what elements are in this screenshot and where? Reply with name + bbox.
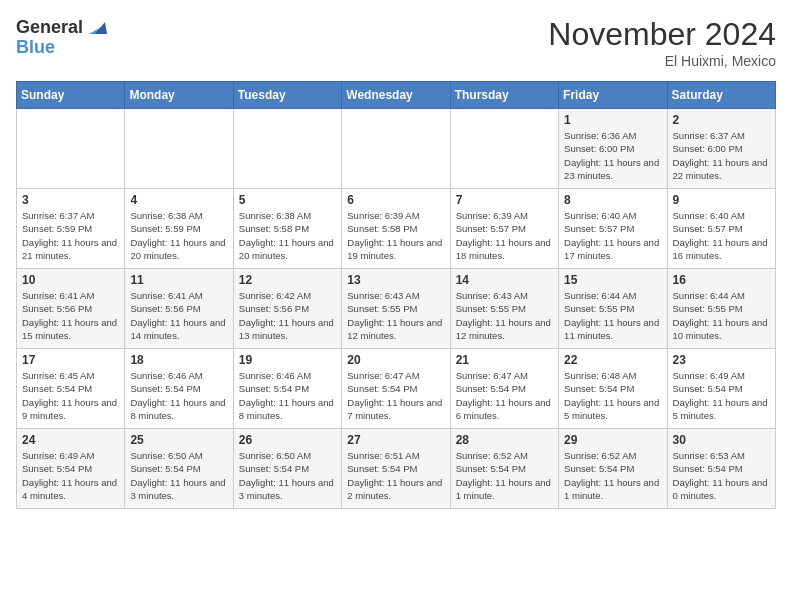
location-subtitle: El Huixmi, Mexico [548,53,776,69]
day-number: 12 [239,273,336,287]
day-cell-1-0: 3Sunrise: 6:37 AM Sunset: 5:59 PM Daylig… [17,189,125,269]
logo-general: General [16,18,83,36]
day-cell-3-2: 19Sunrise: 6:46 AM Sunset: 5:54 PM Dayli… [233,349,341,429]
day-number: 10 [22,273,119,287]
day-cell-4-0: 24Sunrise: 6:49 AM Sunset: 5:54 PM Dayli… [17,429,125,509]
day-info: Sunrise: 6:37 AM Sunset: 5:59 PM Dayligh… [22,209,119,262]
day-info: Sunrise: 6:53 AM Sunset: 5:54 PM Dayligh… [673,449,770,502]
week-row-1: 3Sunrise: 6:37 AM Sunset: 5:59 PM Daylig… [17,189,776,269]
header: General Blue November 2024 El Huixmi, Me… [16,16,776,69]
week-row-3: 17Sunrise: 6:45 AM Sunset: 5:54 PM Dayli… [17,349,776,429]
week-row-4: 24Sunrise: 6:49 AM Sunset: 5:54 PM Dayli… [17,429,776,509]
day-info: Sunrise: 6:38 AM Sunset: 5:58 PM Dayligh… [239,209,336,262]
day-number: 14 [456,273,553,287]
day-info: Sunrise: 6:48 AM Sunset: 5:54 PM Dayligh… [564,369,661,422]
day-cell-1-1: 4Sunrise: 6:38 AM Sunset: 5:59 PM Daylig… [125,189,233,269]
day-info: Sunrise: 6:46 AM Sunset: 5:54 PM Dayligh… [130,369,227,422]
day-number: 18 [130,353,227,367]
day-info: Sunrise: 6:52 AM Sunset: 5:54 PM Dayligh… [456,449,553,502]
day-cell-2-2: 12Sunrise: 6:42 AM Sunset: 5:56 PM Dayli… [233,269,341,349]
day-cell-2-3: 13Sunrise: 6:43 AM Sunset: 5:55 PM Dayli… [342,269,450,349]
day-number: 21 [456,353,553,367]
header-wednesday: Wednesday [342,82,450,109]
day-number: 4 [130,193,227,207]
day-cell-2-5: 15Sunrise: 6:44 AM Sunset: 5:55 PM Dayli… [559,269,667,349]
day-cell-2-4: 14Sunrise: 6:43 AM Sunset: 5:55 PM Dayli… [450,269,558,349]
logo-blue: Blue [16,37,55,57]
header-saturday: Saturday [667,82,775,109]
day-cell-2-0: 10Sunrise: 6:41 AM Sunset: 5:56 PM Dayli… [17,269,125,349]
day-info: Sunrise: 6:40 AM Sunset: 5:57 PM Dayligh… [564,209,661,262]
day-info: Sunrise: 6:49 AM Sunset: 5:54 PM Dayligh… [22,449,119,502]
day-number: 26 [239,433,336,447]
day-number: 5 [239,193,336,207]
header-monday: Monday [125,82,233,109]
day-info: Sunrise: 6:42 AM Sunset: 5:56 PM Dayligh… [239,289,336,342]
day-info: Sunrise: 6:36 AM Sunset: 6:00 PM Dayligh… [564,129,661,182]
day-cell-4-6: 30Sunrise: 6:53 AM Sunset: 5:54 PM Dayli… [667,429,775,509]
day-cell-0-4 [450,109,558,189]
day-cell-0-2 [233,109,341,189]
day-number: 6 [347,193,444,207]
day-info: Sunrise: 6:50 AM Sunset: 5:54 PM Dayligh… [239,449,336,502]
day-info: Sunrise: 6:39 AM Sunset: 5:57 PM Dayligh… [456,209,553,262]
svg-marker-1 [95,22,107,34]
day-cell-3-6: 23Sunrise: 6:49 AM Sunset: 5:54 PM Dayli… [667,349,775,429]
calendar-header: Sunday Monday Tuesday Wednesday Thursday… [17,82,776,109]
day-number: 2 [673,113,770,127]
day-info: Sunrise: 6:44 AM Sunset: 5:55 PM Dayligh… [564,289,661,342]
day-info: Sunrise: 6:41 AM Sunset: 5:56 PM Dayligh… [130,289,227,342]
day-number: 9 [673,193,770,207]
day-cell-4-2: 26Sunrise: 6:50 AM Sunset: 5:54 PM Dayli… [233,429,341,509]
day-info: Sunrise: 6:49 AM Sunset: 5:54 PM Dayligh… [673,369,770,422]
day-info: Sunrise: 6:44 AM Sunset: 5:55 PM Dayligh… [673,289,770,342]
title-area: November 2024 El Huixmi, Mexico [548,16,776,69]
day-cell-3-3: 20Sunrise: 6:47 AM Sunset: 5:54 PM Dayli… [342,349,450,429]
day-info: Sunrise: 6:43 AM Sunset: 5:55 PM Dayligh… [456,289,553,342]
day-info: Sunrise: 6:37 AM Sunset: 6:00 PM Dayligh… [673,129,770,182]
day-info: Sunrise: 6:50 AM Sunset: 5:54 PM Dayligh… [130,449,227,502]
day-cell-0-1 [125,109,233,189]
day-cell-4-5: 29Sunrise: 6:52 AM Sunset: 5:54 PM Dayli… [559,429,667,509]
day-number: 22 [564,353,661,367]
day-cell-0-3 [342,109,450,189]
logo-icon [85,16,107,38]
day-info: Sunrise: 6:52 AM Sunset: 5:54 PM Dayligh… [564,449,661,502]
month-title: November 2024 [548,16,776,53]
day-cell-0-6: 2Sunrise: 6:37 AM Sunset: 6:00 PM Daylig… [667,109,775,189]
day-number: 15 [564,273,661,287]
day-info: Sunrise: 6:45 AM Sunset: 5:54 PM Dayligh… [22,369,119,422]
day-cell-1-5: 8Sunrise: 6:40 AM Sunset: 5:57 PM Daylig… [559,189,667,269]
day-cell-1-6: 9Sunrise: 6:40 AM Sunset: 5:57 PM Daylig… [667,189,775,269]
day-cell-2-6: 16Sunrise: 6:44 AM Sunset: 5:55 PM Dayli… [667,269,775,349]
header-sunday: Sunday [17,82,125,109]
day-number: 13 [347,273,444,287]
day-number: 17 [22,353,119,367]
calendar-table: Sunday Monday Tuesday Wednesday Thursday… [16,81,776,509]
day-number: 24 [22,433,119,447]
header-friday: Friday [559,82,667,109]
day-info: Sunrise: 6:41 AM Sunset: 5:56 PM Dayligh… [22,289,119,342]
day-number: 3 [22,193,119,207]
day-cell-4-4: 28Sunrise: 6:52 AM Sunset: 5:54 PM Dayli… [450,429,558,509]
day-info: Sunrise: 6:46 AM Sunset: 5:54 PM Dayligh… [239,369,336,422]
day-number: 29 [564,433,661,447]
day-number: 25 [130,433,227,447]
header-thursday: Thursday [450,82,558,109]
day-cell-0-5: 1Sunrise: 6:36 AM Sunset: 6:00 PM Daylig… [559,109,667,189]
day-number: 27 [347,433,444,447]
day-cell-3-5: 22Sunrise: 6:48 AM Sunset: 5:54 PM Dayli… [559,349,667,429]
day-cell-4-1: 25Sunrise: 6:50 AM Sunset: 5:54 PM Dayli… [125,429,233,509]
day-cell-2-1: 11Sunrise: 6:41 AM Sunset: 5:56 PM Dayli… [125,269,233,349]
week-row-0: 1Sunrise: 6:36 AM Sunset: 6:00 PM Daylig… [17,109,776,189]
day-info: Sunrise: 6:43 AM Sunset: 5:55 PM Dayligh… [347,289,444,342]
day-cell-1-2: 5Sunrise: 6:38 AM Sunset: 5:58 PM Daylig… [233,189,341,269]
week-row-2: 10Sunrise: 6:41 AM Sunset: 5:56 PM Dayli… [17,269,776,349]
calendar-body: 1Sunrise: 6:36 AM Sunset: 6:00 PM Daylig… [17,109,776,509]
day-cell-3-4: 21Sunrise: 6:47 AM Sunset: 5:54 PM Dayli… [450,349,558,429]
day-cell-3-1: 18Sunrise: 6:46 AM Sunset: 5:54 PM Dayli… [125,349,233,429]
day-cell-3-0: 17Sunrise: 6:45 AM Sunset: 5:54 PM Dayli… [17,349,125,429]
day-info: Sunrise: 6:51 AM Sunset: 5:54 PM Dayligh… [347,449,444,502]
logo: General Blue [16,16,107,57]
day-number: 23 [673,353,770,367]
